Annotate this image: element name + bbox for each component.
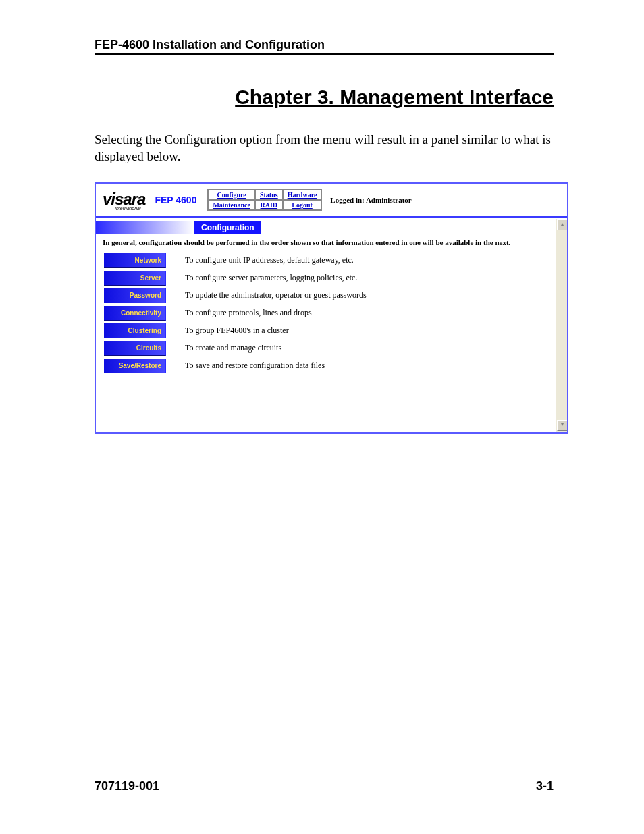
menu-button-password[interactable]: Password: [104, 288, 166, 303]
menu-button-circuits[interactable]: Circuits: [104, 341, 166, 356]
section-title: Configuration: [194, 221, 261, 234]
menu-desc-circuits: To create and manage circuits: [185, 343, 281, 353]
intro-paragraph: Selecting the Configuration option from …: [95, 132, 554, 165]
menu-row-connectivity: Connectivity To configure protocols, lin…: [96, 305, 567, 322]
logged-in-label: Logged in: Administrator: [330, 196, 411, 204]
running-header: FEP-4600 Installation and Configuration: [95, 38, 554, 55]
scroll-down-icon[interactable]: ▾: [557, 420, 568, 431]
product-label: FEP 4600: [155, 194, 196, 205]
footer-page-number: 3-1: [536, 779, 554, 793]
menu-button-network[interactable]: Network: [104, 253, 166, 268]
menu-row-password: Password To update the adminstrator, ope…: [96, 287, 567, 305]
logo-block: visara International: [103, 190, 145, 211]
footer-doc-number: 707119-001: [95, 779, 159, 793]
menu-row-clustering: Clustering To group FEP4600's in a clust…: [96, 322, 567, 340]
embedded-screenshot: visara International FEP 4600 Configure …: [95, 182, 568, 434]
menu-row-circuits: Circuits To create and manage circuits: [96, 340, 567, 357]
nav-logout[interactable]: Logout: [283, 200, 322, 210]
menu-button-clustering[interactable]: Clustering: [104, 323, 166, 338]
logo-subtext: International: [115, 206, 145, 211]
nav-status[interactable]: Status: [255, 190, 283, 200]
menu-row-save-restore: Save/Restore To save and restore configu…: [96, 357, 567, 375]
menu-desc-password: To update the adminstrator, operator or …: [185, 290, 367, 301]
menu-button-save-restore[interactable]: Save/Restore: [104, 359, 166, 373]
menu-button-server[interactable]: Server: [104, 271, 166, 286]
nav-hardware[interactable]: Hardware: [283, 190, 322, 200]
menu-desc-connectivity: To configure protocols, lines and drops: [185, 308, 312, 318]
menu-desc-server: To configure server parameters, logging …: [185, 273, 357, 283]
menu-desc-clustering: To group FEP4600's in a cluster: [185, 325, 289, 336]
nav-raid[interactable]: RAID: [255, 200, 283, 210]
scrollbar[interactable]: ▴ ▾: [556, 219, 567, 432]
menu-desc-network: To configure unit IP addresses, default …: [185, 255, 354, 265]
document-page: FEP-4600 Installation and Configuration …: [0, 0, 644, 834]
menu-desc-save-restore: To save and restore configuration data f…: [185, 361, 325, 371]
scroll-up-icon[interactable]: ▴: [557, 219, 568, 230]
section-title-bar: Configuration: [96, 221, 567, 234]
menu-row-server: Server To configure server parameters, l…: [96, 269, 567, 287]
page-footer: 707119-001 3-1: [95, 779, 554, 793]
nav-maintenance[interactable]: Maintenance: [208, 200, 255, 210]
main-nav: Configure Status Hardware Maintenance RA…: [207, 189, 322, 211]
section-intro: In general, configuration should be perf…: [96, 234, 567, 251]
section-title-gradient: [96, 221, 194, 234]
menu-row-network: Network To configure unit IP addresses, …: [96, 252, 567, 269]
app-header: visara International FEP 4600 Configure …: [96, 184, 567, 218]
chapter-title: Chapter 3. Management Interface: [95, 86, 554, 109]
nav-configure[interactable]: Configure: [208, 190, 255, 200]
menu-button-connectivity[interactable]: Connectivity: [104, 306, 166, 321]
